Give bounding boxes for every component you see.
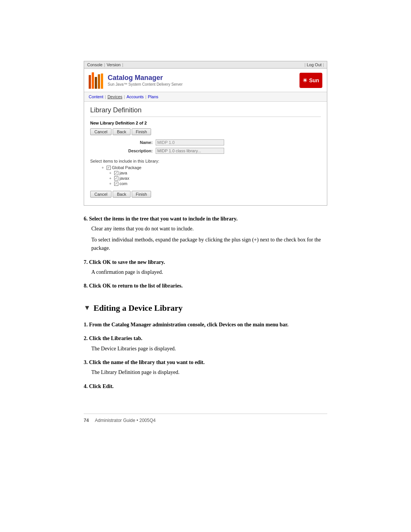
step-6-body1: Clear any items that you do not want to … — [91, 225, 327, 233]
com-checkbox[interactable]: ✓ — [114, 182, 118, 186]
javax-label: javax — [119, 176, 129, 181]
content-area: Library Definition New Library Definitio… — [84, 102, 327, 205]
tree-section: Select items to include in this Library:… — [90, 158, 321, 187]
edit-step-4-heading: 4. Click Edit. — [84, 382, 327, 391]
step-8-bold: Click OK to return to the list of librar… — [89, 283, 183, 289]
tree-node-global: + ✓ Global Package — [102, 165, 321, 170]
step-6-number: 6. — [84, 216, 89, 222]
top-nav-left: Console | Version | — [87, 62, 123, 67]
java-checkbox[interactable]: ✓ — [114, 171, 118, 175]
tree-node-java: + ✓ java — [109, 170, 321, 176]
page-footer: 74 Administrator Guide • 2005Q4 — [84, 414, 327, 424]
edit-step-3-number: 3. — [84, 359, 89, 365]
nav-devices[interactable]: Devices — [107, 94, 122, 99]
global-checkbox[interactable]: ✓ — [107, 166, 111, 170]
step-7-body1: A confirmation page is displayed. — [91, 268, 327, 276]
section-heading: ▼ Editing a Device Library — [84, 301, 327, 315]
step-6: 6. Select the items in the tree that you… — [84, 215, 327, 253]
tree-node-javax: + ✓ javax — [109, 176, 321, 181]
edit-step-4-number: 4. — [84, 383, 89, 389]
edit-step-2: 2. Click the Libraries tab. The Device L… — [84, 334, 327, 353]
step-6-body2: To select individual methods, expand the… — [91, 236, 327, 253]
global-label: Global Package — [112, 165, 142, 170]
step-8-number: 8. — [84, 283, 89, 289]
javax-expander[interactable]: + — [109, 176, 113, 181]
finish-button-bottom[interactable]: Finish — [132, 191, 151, 198]
books-icon — [89, 72, 104, 89]
edit-step-2-bold: Click the Libraries tab. — [89, 335, 142, 341]
tree-node-com: + ✓ com — [109, 181, 321, 186]
nav-sep-1: | — [104, 62, 105, 67]
doc-content: 6. Select the items in the tree that you… — [84, 215, 327, 424]
edit-step-1-number: 1. — [84, 322, 89, 328]
form-table: Name: Description: — [90, 138, 321, 155]
logout-link[interactable]: Log Out — [307, 62, 322, 67]
footer-text: Administrator Guide • 2005Q4 — [95, 417, 156, 424]
description-input-cell — [154, 147, 321, 155]
com-label: com — [119, 181, 127, 186]
bottom-button-group: Cancel Back Finish — [90, 191, 321, 198]
name-label: Name: — [90, 138, 154, 147]
header-left: Catalog Manager Sun Java™ System Content… — [89, 72, 183, 89]
step-8: 8. Click OK to return to the list of lib… — [84, 282, 327, 290]
step-6-heading: 6. Select the items in the tree that you… — [84, 215, 327, 223]
java-expander[interactable]: + — [109, 171, 113, 175]
edit-step-3: 3. Click the name of the library that yo… — [84, 358, 327, 377]
app-header: Catalog Manager Sun Java™ System Content… — [84, 69, 327, 92]
back-button-bottom[interactable]: Back — [113, 191, 130, 198]
logout-area: | Log Out | — [304, 62, 324, 67]
top-button-group: Cancel Back Finish — [90, 128, 321, 135]
main-nav: Content | Devices | Accounts | Plans — [84, 92, 327, 102]
java-label: java — [119, 171, 127, 175]
edit-step-1-heading: 1. From the Catalog Manager administrati… — [84, 321, 327, 329]
edit-step-1: 1. From the Catalog Manager administrati… — [84, 321, 327, 329]
com-expander[interactable]: + — [109, 182, 113, 186]
step-7-heading: 7. Click OK to save the new library. — [84, 258, 327, 267]
global-expander[interactable]: + — [102, 166, 105, 170]
footer-page-number: 74 — [84, 417, 89, 424]
edit-step-2-number: 2. — [84, 335, 89, 341]
finish-button-top[interactable]: Finish — [132, 128, 151, 135]
edit-step-2-body1: The Device Libraries page is displayed. — [91, 345, 327, 353]
cancel-button-bottom[interactable]: Cancel — [90, 191, 112, 198]
page-title: Library Definition — [90, 106, 321, 117]
step-label: New Library Definition 2 of 2 — [90, 121, 321, 125]
nav-plans[interactable]: Plans — [148, 94, 158, 99]
javax-checkbox[interactable]: ✓ — [114, 176, 118, 181]
edit-step-1-bold: From the Catalog Manager administration … — [89, 322, 288, 328]
nav-accounts[interactable]: Accounts — [126, 94, 143, 99]
description-label: Description: — [90, 147, 154, 155]
step-6-bold: Select the items in the tree that you wa… — [89, 216, 237, 222]
edit-step-4: 4. Click Edit. — [84, 382, 327, 391]
top-nav: Console | Version | | Log Out | — [84, 61, 327, 69]
version-link[interactable]: Version — [107, 62, 121, 67]
sun-logo-text: ☀ Sun — [303, 77, 319, 83]
edit-step-3-bold: Click the name of the library that you w… — [89, 359, 205, 365]
name-input[interactable] — [156, 139, 224, 145]
edit-step-2-heading: 2. Click the Libraries tab. — [84, 334, 327, 343]
nav-sep-2: | — [122, 62, 123, 67]
app-window: Console | Version | | Log Out | — [84, 61, 327, 206]
edit-step-3-body1: The Library Definition page is displayed… — [91, 368, 327, 377]
step-7-bold: Click OK to save the new library. — [89, 259, 165, 265]
step-7: 7. Click OK to save the new library. A c… — [84, 258, 327, 277]
name-input-cell — [154, 138, 321, 147]
step-7-number: 7. — [84, 259, 89, 265]
sun-logo: ☀ Sun — [299, 73, 322, 88]
step-8-heading: 8. Click OK to return to the list of lib… — [84, 282, 327, 290]
description-input[interactable] — [156, 148, 224, 154]
nav-content[interactable]: Content — [89, 94, 104, 99]
section-heading-text: Editing a Device Library — [94, 301, 183, 315]
console-link[interactable]: Console — [87, 62, 102, 67]
app-subtitle: Sun Java™ System Content Delivery Server — [108, 82, 183, 86]
edit-step-4-bold: Click Edit. — [89, 383, 114, 389]
edit-step-3-heading: 3. Click the name of the library that yo… — [84, 358, 327, 367]
cancel-button-top[interactable]: Cancel — [90, 128, 112, 135]
back-button-top[interactable]: Back — [113, 128, 130, 135]
app-title: Catalog Manager — [108, 74, 183, 82]
tree-instruction: Select items to include in this Library: — [90, 159, 321, 163]
triangle-icon: ▼ — [84, 302, 91, 313]
name-row: Name: — [90, 138, 321, 147]
tree-children: + ✓ java + ✓ javax + ✓ com — [102, 170, 321, 186]
header-title-block: Catalog Manager Sun Java™ System Content… — [108, 74, 183, 86]
